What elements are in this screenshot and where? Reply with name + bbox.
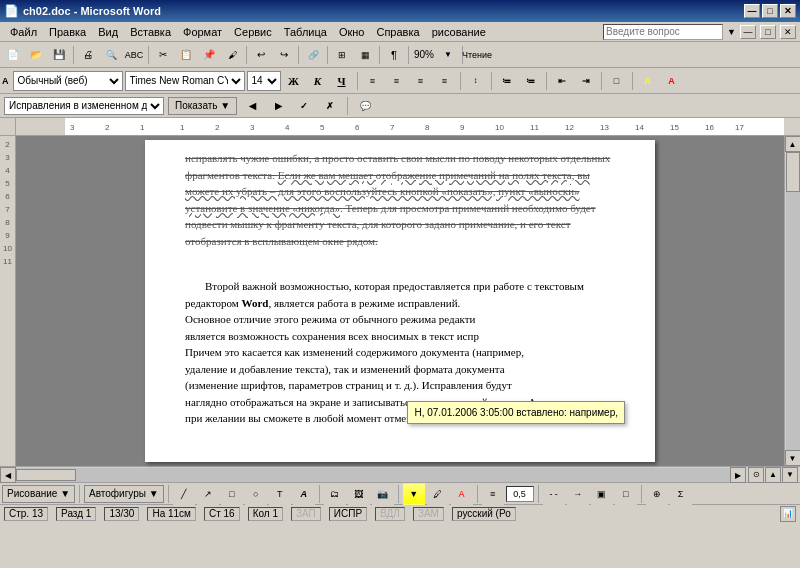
read-mode-button[interactable]: Чтение: [466, 44, 488, 66]
oval-tool-button[interactable]: ○: [245, 483, 267, 505]
line-color-button[interactable]: 🖊: [427, 483, 449, 505]
track-accept-button[interactable]: ✓: [293, 96, 315, 116]
show-button[interactable]: Показать ▼: [168, 97, 237, 115]
numbering-button[interactable]: ≔: [520, 71, 542, 91]
arrow-style-button[interactable]: →: [567, 483, 589, 505]
status-vdl[interactable]: ВДЛ: [375, 507, 405, 521]
svg-text:16: 16: [705, 123, 714, 132]
columns-button[interactable]: ▦: [354, 44, 376, 66]
h-scroll-thumb[interactable]: [16, 469, 76, 481]
save-button[interactable]: 💾: [48, 44, 70, 66]
align-right-button[interactable]: ≡: [410, 71, 432, 91]
spellcheck-button[interactable]: ABC: [123, 44, 145, 66]
italic-button[interactable]: К: [307, 71, 329, 91]
fill-color-button[interactable]: ▼: [403, 483, 425, 505]
maximize-button[interactable]: □: [762, 4, 778, 18]
track-prev-button[interactable]: ◀: [241, 96, 263, 116]
insert-diagram-button[interactable]: 🗂: [324, 483, 346, 505]
menu-view[interactable]: Вид: [92, 24, 124, 40]
line-width-input[interactable]: [506, 486, 534, 502]
menu-insert[interactable]: Вставка: [124, 24, 177, 40]
status-zap[interactable]: ЗАП: [291, 507, 321, 521]
font-selector[interactable]: Times New Roman CYR: [125, 71, 245, 91]
style-selector[interactable]: Обычный (веб): [13, 71, 123, 91]
autoshapes-button[interactable]: Автофигуры ▼: [84, 485, 164, 503]
font-size-selector[interactable]: 14: [247, 71, 281, 91]
hyperlink-button[interactable]: 🔗: [302, 44, 324, 66]
scroll-thumb[interactable]: [786, 152, 800, 192]
paste-button[interactable]: 📌: [198, 44, 220, 66]
align-left-button[interactable]: ≡: [362, 71, 384, 91]
redo-button[interactable]: ↪: [273, 44, 295, 66]
underline-button[interactable]: Ч: [331, 71, 353, 91]
h-scroll-left-button[interactable]: ◀: [0, 467, 16, 483]
close-button[interactable]: ✕: [780, 4, 796, 18]
scroll-down-button[interactable]: ▼: [785, 450, 801, 466]
track-next-button[interactable]: ▶: [267, 96, 289, 116]
font-color-button[interactable]: A: [661, 71, 683, 91]
drawing-menu-button[interactable]: Рисование ▼: [2, 485, 75, 503]
decrease-indent-button[interactable]: ⇤: [551, 71, 573, 91]
table-button[interactable]: ⊞: [331, 44, 353, 66]
textbox-tool-button[interactable]: Т: [269, 483, 291, 505]
h-scroll-track[interactable]: [16, 468, 730, 482]
h-scroll-right-button[interactable]: ▶: [730, 467, 746, 483]
line-style-button[interactable]: ≡: [482, 483, 504, 505]
bold-button[interactable]: Ж: [283, 71, 305, 91]
svg-text:3: 3: [70, 123, 75, 132]
line-spacing-button[interactable]: ↕: [465, 71, 487, 91]
clipart-button[interactable]: 🖼: [348, 483, 370, 505]
track-mode-selector[interactable]: Исправления в измененном документе: [4, 97, 164, 115]
rect-tool-button[interactable]: □: [221, 483, 243, 505]
menu-edit[interactable]: Правка: [43, 24, 92, 40]
copy-button[interactable]: 📋: [175, 44, 197, 66]
browse-prev-button[interactable]: ▲: [765, 467, 781, 483]
browse-next-button[interactable]: ▼: [782, 467, 798, 483]
font-color2-button[interactable]: A: [451, 483, 473, 505]
open-button[interactable]: 📂: [25, 44, 47, 66]
zoom-dropdown[interactable]: ▼: [437, 44, 459, 66]
menu-file[interactable]: Файл: [4, 24, 43, 40]
cut-button[interactable]: ✂: [152, 44, 174, 66]
help-search-input[interactable]: [603, 24, 723, 40]
paragraph-marks-button[interactable]: ¶: [383, 44, 405, 66]
3d-button[interactable]: □: [615, 483, 637, 505]
track-reject-button[interactable]: ✗: [319, 96, 341, 116]
scroll-up-button[interactable]: ▲: [785, 136, 801, 152]
increase-indent-button[interactable]: ⇥: [575, 71, 597, 91]
align-center-button[interactable]: ≡: [386, 71, 408, 91]
format-painter-button[interactable]: 🖌: [221, 44, 243, 66]
comment-button[interactable]: 💬: [354, 96, 376, 116]
undo-button[interactable]: ↩: [250, 44, 272, 66]
menu-draw[interactable]: рисование: [426, 24, 492, 40]
wordart-tool-button[interactable]: А: [293, 483, 315, 505]
line-tool-button[interactable]: ╱: [173, 483, 195, 505]
justify-button[interactable]: ≡: [434, 71, 456, 91]
status-zam[interactable]: ЗАМ: [413, 507, 444, 521]
status-ispr[interactable]: ИСПР: [329, 507, 367, 521]
print-button[interactable]: 🖨: [77, 44, 99, 66]
window-close-btn[interactable]: ✕: [780, 25, 796, 39]
minimize-button[interactable]: —: [744, 4, 760, 18]
scroll-track[interactable]: [786, 152, 800, 450]
search-arrow-icon[interactable]: ▼: [727, 27, 736, 37]
insert-image-button[interactable]: 📷: [372, 483, 394, 505]
outside-borders-button[interactable]: □: [606, 71, 628, 91]
browse-select-button[interactable]: ⊙: [748, 467, 764, 483]
highlight-button[interactable]: A: [637, 71, 659, 91]
menu-table[interactable]: Таблица: [278, 24, 333, 40]
print-preview-button[interactable]: 🔍: [100, 44, 122, 66]
new-button[interactable]: 📄: [2, 44, 24, 66]
bullets-button[interactable]: ≔: [496, 71, 518, 91]
menu-help[interactable]: Справка: [370, 24, 425, 40]
arrow-tool-button[interactable]: ↗: [197, 483, 219, 505]
shadow-button[interactable]: ▣: [591, 483, 613, 505]
menu-service[interactable]: Сервис: [228, 24, 278, 40]
menu-window[interactable]: Окно: [333, 24, 371, 40]
dash-style-button[interactable]: - -: [543, 483, 565, 505]
window-minimize-btn[interactable]: —: [740, 25, 756, 39]
menu-format[interactable]: Формат: [177, 24, 228, 40]
extra1-button[interactable]: ⊕: [646, 483, 668, 505]
window-maximize-btn[interactable]: □: [760, 25, 776, 39]
extra2-button[interactable]: Σ: [670, 483, 692, 505]
